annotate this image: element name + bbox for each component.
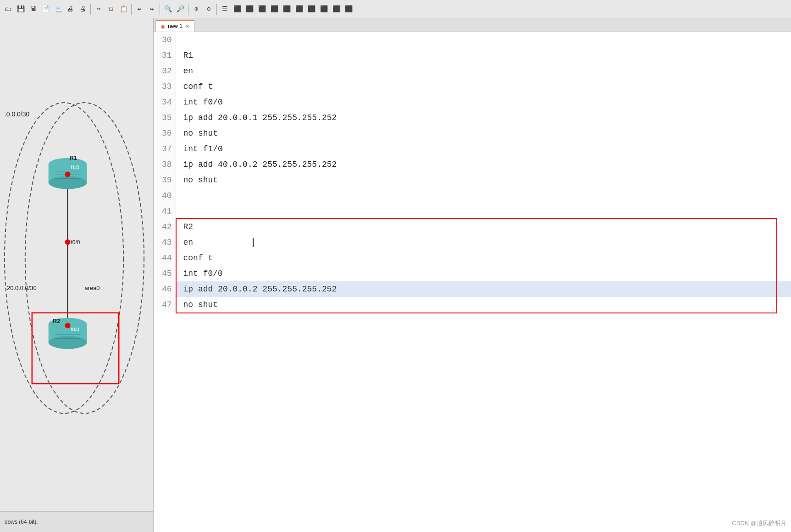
table-row: 45int f0/0 — [154, 266, 791, 281]
zoom-out-icon[interactable]: ⊖ — [203, 4, 214, 15]
svg-text:f1/0: f1/0 — [71, 165, 79, 170]
line-content[interactable]: ip add 40.0.0.2 255.255.255.252 — [176, 157, 791, 172]
line-number: 43 — [154, 235, 176, 250]
tab-label: new 1 — [168, 23, 183, 29]
svg-text:f0/0: f0/0 — [71, 327, 79, 332]
save-all-icon[interactable]: 🖫 — [28, 4, 39, 15]
line-content[interactable]: int f1/0 — [176, 141, 791, 157]
tab-bar: ▣ new 1 ✕ — [154, 18, 791, 32]
main-area: .0.0.0/30 20.0.0.0/30 area0 R1 f1/0 — [0, 18, 791, 532]
tab-new1[interactable]: ▣ new 1 ✕ — [155, 20, 194, 32]
line-number: 30 — [154, 32, 176, 48]
new-file-icon[interactable]: 📄 — [40, 4, 51, 15]
line-content[interactable]: int f0/0 — [176, 94, 791, 110]
line-number: 40 — [154, 188, 176, 203]
svg-point-16 — [65, 239, 71, 245]
svg-text:area0: area0 — [84, 285, 100, 291]
cut-icon[interactable]: ✂ — [93, 4, 104, 15]
table-row: 31R1 — [154, 48, 791, 63]
line-number: 47 — [154, 297, 176, 313]
open-folder-icon[interactable]: 🗁 — [3, 4, 14, 15]
right-panel[interactable]: ▣ new 1 ✕ 3031R132en33conf t34int f0/035… — [154, 18, 791, 532]
link-icon[interactable]: ⬛ — [318, 4, 329, 15]
line-number: 41 — [154, 203, 176, 219]
line-number: 44 — [154, 250, 176, 266]
line-number: 46 — [154, 281, 176, 297]
undo-icon[interactable]: ↩ — [134, 4, 145, 15]
find-icon[interactable]: 🔍 — [162, 4, 173, 15]
line-content[interactable]: ip add 20.0.0.2 255.255.255.252 — [176, 281, 791, 297]
svg-point-1 — [25, 103, 144, 413]
line-number: 42 — [154, 219, 176, 235]
line-content[interactable]: en — [176, 235, 791, 250]
line-content[interactable]: int f0/0 — [176, 266, 791, 281]
close-file-icon[interactable]: 📃 — [52, 4, 63, 15]
line-number: 34 — [154, 94, 176, 110]
paste-icon[interactable]: 📋 — [118, 4, 129, 15]
line-content[interactable]: en — [176, 63, 791, 79]
line-content[interactable] — [176, 32, 791, 48]
bottom-status-bar: dows (64-bit). — [0, 511, 153, 532]
line-content[interactable]: conf t — [176, 79, 791, 94]
line-content[interactable]: no shut — [176, 126, 791, 141]
line-number: 39 — [154, 172, 176, 188]
code-editor[interactable]: 3031R132en33conf t34int f0/035ip add 20.… — [154, 32, 791, 532]
network-diagram-svg: .0.0.0/30 20.0.0.0/30 area0 R1 f1/0 — [0, 18, 153, 511]
print-preview-icon[interactable]: 🖨 — [65, 4, 76, 15]
svg-text:f0/0: f0/0 — [71, 239, 80, 246]
separator-5 — [216, 4, 217, 15]
table-icon[interactable]: ⬛ — [293, 4, 304, 15]
line-content[interactable] — [176, 188, 791, 203]
separator-3 — [160, 4, 160, 15]
tab-close-button[interactable]: ✕ — [185, 23, 189, 29]
separator-1 — [90, 4, 91, 15]
svg-point-19 — [49, 336, 87, 349]
align-right-icon[interactable]: ⬛ — [244, 4, 255, 15]
extra2-icon[interactable]: ⬛ — [343, 4, 354, 15]
image-icon[interactable]: ⬛ — [306, 4, 317, 15]
line-number: 32 — [154, 63, 176, 79]
table-row: 43en — [154, 235, 791, 250]
redo-icon[interactable]: ↪ — [146, 4, 157, 15]
extra-icon[interactable]: ⬛ — [331, 4, 342, 15]
text-cursor — [253, 238, 254, 247]
line-content[interactable]: R2 — [176, 219, 791, 235]
watermark: CSDN @逍风醉明月 — [732, 519, 786, 527]
table-row: 40 — [154, 188, 791, 203]
indent-icon[interactable]: ⬛ — [256, 4, 267, 15]
line-content[interactable]: R1 — [176, 48, 791, 63]
diagram-area: .0.0.0/30 20.0.0.0/30 area0 R1 f1/0 — [0, 18, 153, 511]
list-icon[interactable]: ⬛ — [281, 4, 292, 15]
line-content[interactable]: ip add 20.0.0.1 255.255.255.252 — [176, 110, 791, 126]
table-row: 46ip add 20.0.0.2 255.255.255.252 — [154, 281, 791, 297]
line-number: 33 — [154, 79, 176, 94]
table-row: 41 — [154, 203, 791, 219]
print-icon[interactable]: 🖨 — [77, 4, 88, 15]
toggle-view-icon[interactable]: ☰ — [219, 4, 230, 15]
line-number: 31 — [154, 48, 176, 63]
copy-icon[interactable]: ⧉ — [105, 4, 116, 15]
line-number: 35 — [154, 110, 176, 126]
bottom-status-text: dows (64-bit). — [5, 519, 38, 525]
save-icon[interactable]: 💾 — [15, 4, 26, 15]
line-content[interactable]: conf t — [176, 250, 791, 266]
table-row: 37int f1/0 — [154, 141, 791, 157]
svg-text:.0.0.0/30: .0.0.0/30 — [5, 110, 29, 118]
line-content[interactable]: no shut — [176, 172, 791, 188]
table-row: 42R2 — [154, 219, 791, 235]
toolbar: 🗁 💾 🖫 📄 📃 🖨 🖨 ✂ ⧉ 📋 ↩ ↪ 🔍 🔎 ⊕ ⊖ ☰ ⬛ ⬛ ⬛ … — [0, 0, 791, 18]
replace-icon[interactable]: 🔎 — [175, 4, 186, 15]
line-content[interactable] — [176, 203, 791, 219]
line-number: 38 — [154, 157, 176, 172]
svg-text:20.0.0.0/30: 20.0.0.0/30 — [7, 285, 37, 291]
outdent-icon[interactable]: ⬛ — [269, 4, 280, 15]
line-number: 37 — [154, 141, 176, 157]
svg-point-25 — [65, 323, 71, 329]
separator-2 — [131, 4, 132, 15]
line-content[interactable]: no shut — [176, 297, 791, 313]
align-left-icon[interactable]: ⬛ — [232, 4, 243, 15]
table-row: 35ip add 20.0.0.1 255.255.255.252 — [154, 110, 791, 126]
zoom-in-icon[interactable]: ⊕ — [191, 4, 202, 15]
svg-point-14 — [65, 172, 71, 177]
table-row: 34int f0/0 — [154, 94, 791, 110]
